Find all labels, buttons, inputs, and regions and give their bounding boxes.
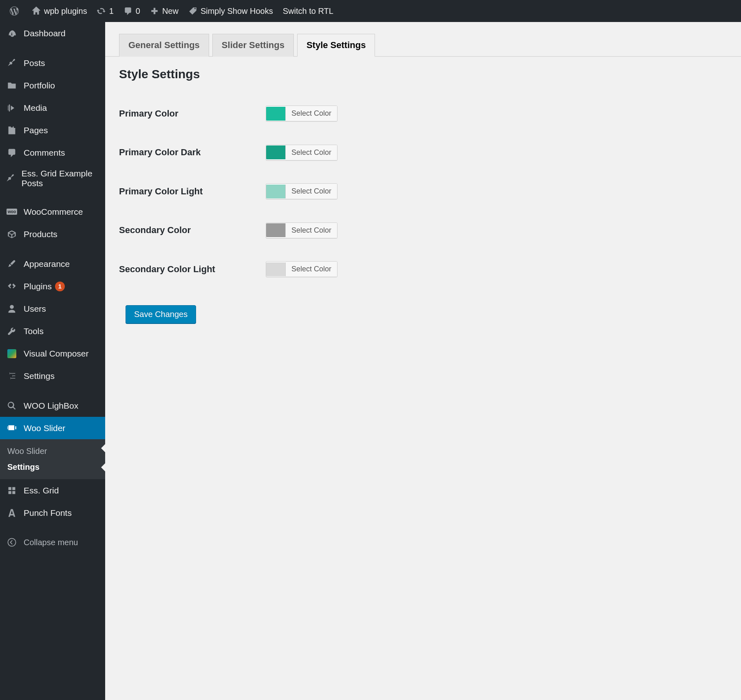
menu-label: Appearance [24,259,70,269]
rtl-switch[interactable]: Switch to RTL [278,0,338,22]
field-row-primary-color-dark: Primary Color Dark Select Color [119,133,727,172]
menu-label: Users [24,304,46,314]
new-label: New [162,7,179,16]
menu-item-portfolio[interactable]: Portfolio [0,74,105,97]
field-label: Secondary Color [119,211,266,250]
page-title: Style Settings [119,67,727,81]
menu-label: WooCommerce [24,207,83,217]
media-icon [6,102,18,114]
updates-link[interactable]: 1 [92,0,119,22]
comments-count: 0 [136,7,140,16]
select-color-button[interactable]: Select Color [286,184,337,199]
menu-label: Products [24,229,57,239]
menu-label: Dashboard [24,29,66,38]
comment-icon [124,7,132,15]
comment-icon [6,147,18,159]
menu-label: Pages [24,125,48,135]
select-color-button[interactable]: Select Color [286,262,337,277]
menu-label: Plugins [24,282,52,291]
tag-icon [188,7,197,15]
tab-general-settings[interactable]: General Settings [119,34,209,57]
color-picker-secondary[interactable]: Select Color [266,222,337,238]
admin-sidebar: Dashboard Posts Portfolio [0,22,105,334]
field-label: Primary Color Light [119,172,266,211]
color-swatch [266,185,286,198]
admin-bar: wpb plugins 1 0 New Simply Show Hooks Sw… [0,0,741,22]
color-picker-primary[interactable]: Select Color [266,106,337,121]
select-color-button[interactable]: Select Color [286,223,337,238]
hooks-label: Simply Show Hooks [201,7,273,16]
menu-label: Comments [24,148,65,158]
field-row-primary-color: Primary Color Select Color [119,94,727,133]
menu-item-plugins[interactable]: Plugins 1 [0,275,105,297]
plus-icon [150,7,159,15]
color-picker-primary-dark[interactable]: Select Color [266,145,337,161]
update-icon [97,7,106,15]
menu-item-posts[interactable]: Posts [0,52,105,74]
menu-separator [0,193,105,200]
dashboard-icon [6,27,18,40]
site-name[interactable]: wpb plugins [27,0,92,22]
site-name-label: wpb plugins [44,7,87,16]
color-swatch [266,145,286,159]
brush-icon [6,258,18,270]
settings-tabs: General Settings Slider Settings Style S… [105,22,741,57]
menu-item-products[interactable]: Products [0,223,105,245]
color-picker-primary-light[interactable]: Select Color [266,183,337,199]
menu-item-users[interactable]: Users [0,297,105,320]
menu-label: Media [24,103,47,113]
rtl-label: Switch to RTL [283,7,333,16]
menu-item-pages[interactable]: Pages [0,119,105,141]
select-color-button[interactable]: Select Color [286,106,337,121]
tab-style-settings[interactable]: Style Settings [297,34,375,57]
hooks-link[interactable]: Simply Show Hooks [183,0,278,22]
field-label: Secondary Color Light [119,250,266,289]
folder-icon [6,79,18,92]
user-icon [6,303,18,315]
field-row-secondary-color: Secondary Color Select Color [119,211,727,250]
wrench-icon [6,325,18,334]
woocommerce-icon: woo [6,206,18,218]
tab-slider-settings[interactable]: Slider Settings [212,34,294,57]
menu-separator [0,44,105,52]
menu-item-tools[interactable]: Tools [0,320,105,334]
color-swatch [266,107,286,121]
menu-item-woocommerce[interactable]: woo WooCommerce [0,200,105,223]
wp-logo[interactable] [5,0,27,22]
new-content-link[interactable]: New [145,0,183,22]
settings-form-table: Primary Color Select Color Primary Color… [119,94,727,289]
field-label: Primary Color Dark [119,133,266,172]
save-button[interactable]: Save Changes [126,305,196,324]
menu-label: Posts [24,58,45,68]
menu-label: Portfolio [24,81,55,90]
menu-item-appearance[interactable]: Appearance [0,253,105,275]
pin-icon [6,57,18,69]
menu-item-comments[interactable]: Comments [0,141,105,164]
menu-label: Ess. Grid Example Posts [22,169,99,188]
field-label: Primary Color [119,94,266,133]
box-icon [6,228,18,240]
menu-item-ess-grid-posts[interactable]: Ess. Grid Example Posts [0,164,105,193]
updates-count: 1 [109,7,114,16]
color-swatch [266,262,286,276]
menu-separator [0,245,105,253]
pin-icon [6,172,16,185]
page-icon [6,124,18,136]
color-picker-secondary-light[interactable]: Select Color [266,261,337,277]
color-swatch [266,223,286,237]
comments-link[interactable]: 0 [119,0,145,22]
wordpress-icon [10,7,19,15]
menu-item-dashboard[interactable]: Dashboard [0,22,105,44]
home-icon [32,7,41,15]
field-row-primary-color-light: Primary Color Light Select Color [119,172,727,211]
select-color-button[interactable]: Select Color [286,145,337,160]
plugin-icon [6,280,18,293]
menu-item-media[interactable]: Media [0,97,105,119]
field-row-secondary-color-light: Secondary Color Light Select Color [119,250,727,289]
menu-label: Tools [24,326,44,334]
content-area: General Settings Slider Settings Style S… [105,22,741,334]
plugin-badge: 1 [55,282,65,291]
